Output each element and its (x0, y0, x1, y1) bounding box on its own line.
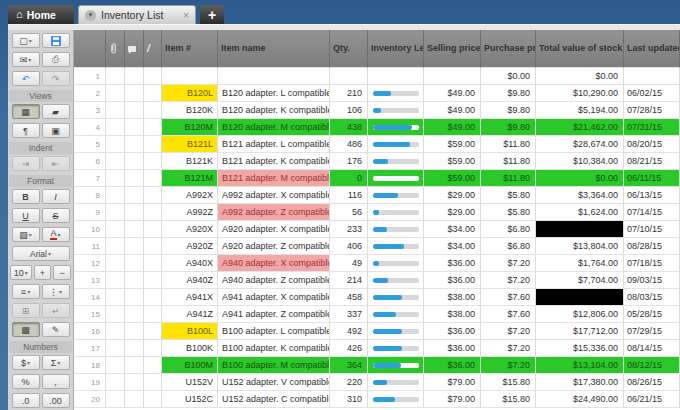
cell-item-number[interactable]: B121L (162, 136, 218, 153)
header-corner[interactable] (74, 30, 106, 68)
increase-font-button[interactable]: + (34, 265, 52, 280)
cell-inventory-level[interactable] (368, 272, 424, 289)
cell-item-name[interactable]: B120 adapter. L compatible (218, 85, 330, 102)
comment-column-header[interactable] (125, 30, 144, 68)
cell-attachment[interactable] (106, 289, 125, 306)
cell-selling-price[interactable]: $49.00 (424, 102, 481, 119)
cell-last-updated[interactable]: 07/14/15 (624, 204, 680, 221)
cell-action[interactable] (144, 306, 162, 323)
cell-total-value[interactable]: $7,704.00 (536, 272, 624, 289)
cell-total-value[interactable] (536, 221, 624, 238)
cell-attachment[interactable] (106, 391, 125, 408)
cell-selling-price[interactable]: $79.00 (424, 374, 481, 391)
cell-comment[interactable] (125, 289, 144, 306)
cell-item-name[interactable]: A992 adapter. X compatible (218, 187, 330, 204)
header-qty[interactable]: Qty. (330, 30, 368, 68)
cell-attachment[interactable] (106, 221, 125, 238)
cell-item-name[interactable]: B121 adapter. K compatible (218, 153, 330, 170)
cell-item-number[interactable]: A920X (162, 221, 218, 238)
cell-item-name[interactable]: B100 adapter. K compatible (218, 340, 330, 357)
cell-last-updated[interactable]: 08/26/15 (624, 374, 680, 391)
cell-action[interactable] (144, 170, 162, 187)
cell-action[interactable] (144, 340, 162, 357)
cell-comment[interactable] (125, 357, 144, 374)
italic-button[interactable]: I (42, 189, 70, 204)
cell-attachment[interactable] (106, 238, 125, 255)
format-painter-button[interactable]: ✎ (42, 322, 70, 337)
cell-item-name[interactable]: A920 adapter. Z compatible (218, 238, 330, 255)
cell-item-name[interactable]: A920 adapter. X compatible (218, 221, 330, 238)
cell-inventory-level[interactable] (368, 68, 424, 85)
cell-attachment[interactable] (106, 255, 125, 272)
tab-menu-caret-icon[interactable]: ▾ (85, 10, 96, 21)
cell-total-value[interactable]: $13,104.00 (536, 357, 624, 374)
cell-selling-price[interactable]: $34.00 (424, 221, 481, 238)
cell-comment[interactable] (125, 85, 144, 102)
cell-comment[interactable] (125, 102, 144, 119)
cell-attachment[interactable] (106, 85, 125, 102)
cell-purchase-price[interactable]: $9.80 (481, 102, 536, 119)
cell-purchase-price[interactable]: $15.80 (481, 391, 536, 408)
cell-last-updated[interactable]: 06/02/15 (624, 85, 680, 102)
cell-selling-price[interactable]: $59.00 (424, 136, 481, 153)
cell-last-updated[interactable]: 09/03/15 (624, 272, 680, 289)
cell-item-name[interactable]: B121 adapter. M compatible (218, 170, 330, 187)
font-size-select[interactable]: 10▾ (10, 265, 32, 280)
cell-qty[interactable]: 492 (330, 323, 368, 340)
cell-action[interactable] (144, 289, 162, 306)
cell-comment[interactable] (125, 119, 144, 136)
cell-qty[interactable] (330, 68, 368, 85)
percent-button[interactable]: % (12, 374, 40, 389)
cell-inventory-level[interactable] (368, 221, 424, 238)
strikethrough-button[interactable]: S (42, 208, 70, 223)
cell-purchase-price[interactable]: $9.80 (481, 119, 536, 136)
row-number[interactable]: 17 (74, 340, 106, 357)
cell-attachment[interactable] (106, 68, 125, 85)
cell-item-number[interactable]: B121K (162, 153, 218, 170)
fill-color-button[interactable]: ▨▾ (12, 227, 40, 242)
cell-total-value[interactable]: $10,290.00 (536, 85, 624, 102)
cell-qty[interactable]: 426 (330, 340, 368, 357)
cell-inventory-level[interactable] (368, 255, 424, 272)
underline-button[interactable]: U (12, 208, 40, 223)
cell-qty[interactable]: 176 (330, 153, 368, 170)
cell-attachment[interactable] (106, 187, 125, 204)
cell-purchase-price[interactable]: $7.60 (481, 306, 536, 323)
cell-last-updated[interactable]: 07/10/15 (624, 221, 680, 238)
cell-qty[interactable]: 458 (330, 289, 368, 306)
cell-inventory-level[interactable] (368, 136, 424, 153)
cell-attachment[interactable] (106, 204, 125, 221)
cell-comment[interactable] (125, 153, 144, 170)
cell-comment[interactable] (125, 391, 144, 408)
cell-action[interactable] (144, 221, 162, 238)
header-purchase-price[interactable]: Purchase price (481, 30, 536, 68)
cell-total-value[interactable]: $10,384.00 (536, 153, 624, 170)
cell-inventory-level[interactable] (368, 187, 424, 204)
cell-purchase-price[interactable]: $6.80 (481, 238, 536, 255)
cell-purchase-price[interactable]: $9.80 (481, 85, 536, 102)
cell-inventory-level[interactable] (368, 153, 424, 170)
cell-comment[interactable] (125, 272, 144, 289)
cell-qty[interactable]: 0 (330, 170, 368, 187)
row-number[interactable]: 18 (74, 357, 106, 374)
cell-total-value[interactable] (536, 289, 624, 306)
cell-item-number[interactable]: U152V (162, 374, 218, 391)
cell-total-value[interactable]: $13,804.00 (536, 238, 624, 255)
cell-qty[interactable]: 364 (330, 357, 368, 374)
cell-action[interactable] (144, 102, 162, 119)
cell-purchase-price[interactable]: $5.80 (481, 204, 536, 221)
cell-attachment[interactable] (106, 357, 125, 374)
cell-comment[interactable] (125, 170, 144, 187)
vertical-align-button[interactable]: ⋮▾ (42, 284, 70, 299)
cell-selling-price[interactable]: $38.00 (424, 289, 481, 306)
cell-inventory-level[interactable] (368, 102, 424, 119)
cell-total-value[interactable]: $0.00 (536, 68, 624, 85)
cell-item-name[interactable]: B120 adapter. M compatible (218, 119, 330, 136)
cell-inventory-level[interactable] (368, 357, 424, 374)
cell-purchase-price[interactable]: $7.20 (481, 255, 536, 272)
cell-last-updated[interactable]: 07/18/15 (624, 255, 680, 272)
cell-inventory-level[interactable] (368, 204, 424, 221)
cell-qty[interactable]: 210 (330, 85, 368, 102)
cell-action[interactable] (144, 255, 162, 272)
cell-item-name[interactable]: B100 adapter. M compatible (218, 357, 330, 374)
